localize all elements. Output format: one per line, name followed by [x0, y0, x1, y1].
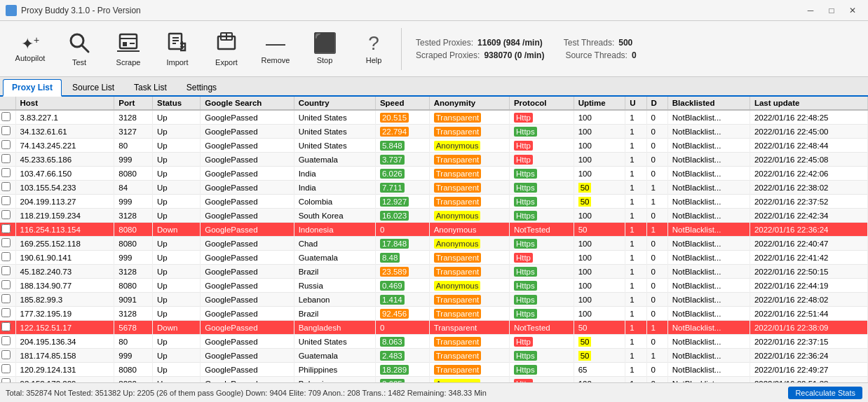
row-checkbox[interactable]: [1, 196, 11, 205]
cell-anon: Transparent: [429, 181, 509, 195]
row-checkbox[interactable]: [1, 168, 11, 177]
col-host[interactable]: Host: [15, 97, 114, 110]
col-uptime[interactable]: Uptime: [574, 97, 625, 110]
row-checkbox[interactable]: [1, 182, 11, 191]
table-row[interactable]: 74.143.245.221 80 Up GooglePassed United…: [0, 139, 868, 153]
row-checkbox[interactable]: [1, 266, 11, 275]
col-black[interactable]: Blacklisted: [667, 97, 750, 110]
col-anon[interactable]: Anonymity: [429, 97, 509, 110]
stop-button[interactable]: ⬛ Stop: [300, 25, 349, 74]
minimize-button[interactable]: ─: [801, 4, 820, 18]
cell-country: Guatemala: [294, 251, 375, 265]
cell-black: NotBlacklist...: [667, 167, 750, 181]
cell-d: 1: [646, 321, 667, 335]
tab-settings[interactable]: Settings: [177, 79, 226, 95]
row-checkbox[interactable]: [1, 112, 11, 121]
tab-task-list[interactable]: Task List: [125, 79, 176, 95]
row-checkbox[interactable]: [1, 280, 11, 289]
table-header-row: Host Port Status Google Search Country S…: [0, 97, 868, 110]
table-row[interactable]: 45.182.240.73 3128 Up GooglePassed Brazi…: [0, 265, 868, 279]
cell-google: GooglePassed: [201, 293, 294, 307]
row-checkbox[interactable]: [1, 224, 11, 233]
table-row[interactable]: 181.174.85.158 999 Up GooglePassed Guate…: [0, 349, 868, 363]
col-status[interactable]: Status: [152, 97, 200, 110]
row-checkbox[interactable]: [1, 252, 11, 261]
table-row[interactable]: 34.132.61.61 3127 Up GooglePassed United…: [0, 125, 868, 139]
cell-speed: 12.927: [375, 195, 429, 209]
cell-host: 204.199.113.27: [15, 195, 114, 209]
col-d[interactable]: D: [646, 97, 667, 110]
cell-uptime: 50: [574, 335, 625, 349]
col-speed[interactable]: Speed: [375, 97, 429, 110]
table-row[interactable]: 103.155.54.233 84 Up GooglePassed India …: [0, 181, 868, 195]
col-port[interactable]: Port: [114, 97, 153, 110]
test-button[interactable]: Test: [55, 25, 104, 74]
table-row[interactable]: 120.29.124.131 8080 Up GooglePassed Phil…: [0, 363, 868, 377]
proxy-table-wrapper[interactable]: Host Port Status Google Search Country S…: [0, 97, 868, 382]
table-row[interactable]: 103.47.66.150 8080 Up GooglePassed India…: [0, 167, 868, 181]
col-google[interactable]: Google Search: [201, 97, 294, 110]
col-u[interactable]: U: [625, 97, 646, 110]
row-checkbox[interactable]: [1, 210, 11, 219]
cell-u: 1: [625, 167, 646, 181]
cell-proto: NotTested: [509, 321, 574, 335]
row-checkbox[interactable]: [1, 364, 11, 373]
col-proto[interactable]: Protocol: [509, 97, 574, 110]
cell-status: Up: [152, 110, 200, 125]
table-row[interactable]: 93.152.172.209 8080 Up GooglePassed Bulg…: [0, 377, 868, 383]
scraped-value: 938070 (0 /min): [484, 50, 544, 60]
row-checkbox-cell: [0, 110, 15, 125]
table-row[interactable]: 185.82.99.3 9091 Up GooglePassed Lebanon…: [0, 293, 868, 307]
table-row[interactable]: 118.219.159.234 3128 Up GooglePassed Sou…: [0, 209, 868, 223]
cell-speed: 23.589: [375, 265, 429, 279]
cell-black: NotBlacklist...: [667, 251, 750, 265]
table-row[interactable]: 188.134.90.77 8080 Up GooglePassed Russi…: [0, 279, 868, 293]
col-updated[interactable]: Last update: [750, 97, 867, 110]
table-row[interactable]: 169.255.152.118 8080 Up GooglePassed Cha…: [0, 237, 868, 251]
close-button[interactable]: ✕: [843, 4, 862, 18]
cell-d: 0: [646, 209, 667, 223]
autopilot-button[interactable]: ✦+ Autopilot: [6, 25, 55, 74]
col-country[interactable]: Country: [294, 97, 375, 110]
table-row[interactable]: 116.254.113.154 8080 Down GooglePassed I…: [0, 223, 868, 237]
table-row[interactable]: 177.32.195.19 3128 Up GooglePassed Brazi…: [0, 307, 868, 321]
table-row[interactable]: 3.83.227.1 3128 Up GooglePassed United S…: [0, 110, 868, 125]
export-button[interactable]: Export: [202, 25, 251, 74]
row-checkbox[interactable]: [1, 350, 11, 359]
cell-country: United States: [294, 139, 375, 153]
row-checkbox[interactable]: [1, 140, 11, 149]
help-button[interactable]: ? Help: [349, 25, 398, 74]
cell-anon: Transparent: [429, 321, 509, 335]
cell-proto: Https: [509, 209, 574, 223]
table-row[interactable]: 122.152.51.17 5678 Down GooglePassed Ban…: [0, 321, 868, 335]
recalculate-button[interactable]: Recalculate Stats: [788, 387, 862, 399]
cell-host: 34.132.61.61: [15, 125, 114, 139]
tab-proxy-list[interactable]: Proxy List: [3, 79, 62, 97]
row-checkbox[interactable]: [1, 238, 11, 247]
autopilot-icon: ✦+: [21, 35, 39, 52]
table-row[interactable]: 45.233.65.186 999 Up GooglePassed Guatem…: [0, 153, 868, 167]
cell-uptime: 50: [574, 223, 625, 237]
scrape-button[interactable]: Scrape: [104, 25, 153, 74]
table-row[interactable]: 190.61.90.141 999 Up GooglePassed Guatem…: [0, 251, 868, 265]
tab-source-list[interactable]: Source List: [63, 79, 123, 95]
remove-button[interactable]: — Remove: [251, 25, 300, 74]
cell-proto: Http: [509, 110, 574, 125]
row-checkbox[interactable]: [1, 308, 11, 317]
cell-anon: Transparent: [429, 349, 509, 363]
row-checkbox[interactable]: [1, 336, 11, 345]
tested-value: 11609 (984 /min): [477, 38, 543, 48]
toolbar: ✦+ Autopilot Test Scrape Import Export —…: [0, 21, 868, 77]
table-row[interactable]: 204.195.136.34 80 Up GooglePassed United…: [0, 335, 868, 349]
cell-updated: 2022/01/16 22:42:34: [750, 209, 867, 223]
import-button[interactable]: Import: [153, 25, 202, 74]
maximize-button[interactable]: □: [822, 4, 841, 18]
row-checkbox[interactable]: [1, 154, 11, 163]
cell-status: Up: [152, 125, 200, 139]
row-checkbox[interactable]: [1, 378, 11, 382]
row-checkbox[interactable]: [1, 322, 11, 331]
row-checkbox[interactable]: [1, 294, 11, 303]
cell-u: 1: [625, 265, 646, 279]
row-checkbox[interactable]: [1, 126, 11, 135]
table-row[interactable]: 204.199.113.27 999 Up GooglePassed Colom…: [0, 195, 868, 209]
